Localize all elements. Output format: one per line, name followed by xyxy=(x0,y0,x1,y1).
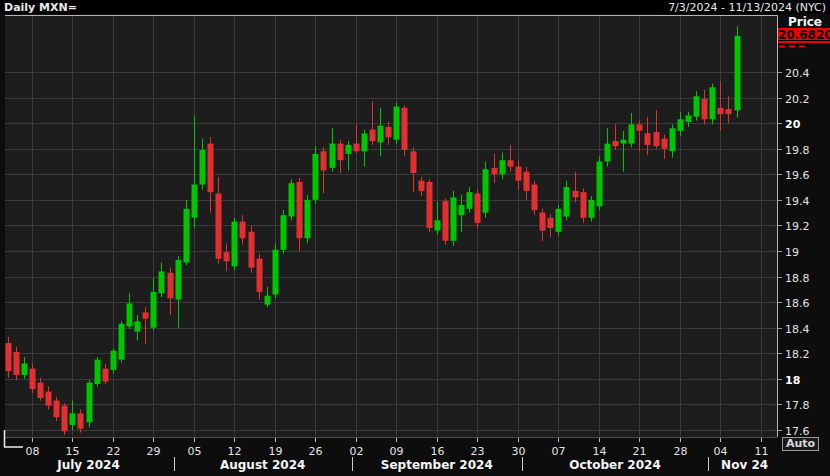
candle-body xyxy=(556,209,562,232)
candle xyxy=(111,348,117,374)
candle-body xyxy=(346,145,352,154)
candle-body xyxy=(475,193,481,222)
candle xyxy=(305,195,311,244)
candle xyxy=(313,146,319,204)
candle-body xyxy=(273,250,279,295)
candle-body xyxy=(613,141,619,146)
day-tick-label: 28 xyxy=(674,445,688,458)
price-tick-label: 19 xyxy=(785,246,799,259)
candle-body xyxy=(232,222,238,267)
candle-body xyxy=(451,197,457,240)
day-tick-label: 04 xyxy=(714,445,728,458)
candle-body xyxy=(540,213,546,231)
candle-body xyxy=(459,205,465,215)
candle-body xyxy=(670,128,676,151)
candle-body xyxy=(265,296,271,305)
candle xyxy=(597,156,603,210)
candle-body xyxy=(46,392,52,406)
candle-body xyxy=(6,343,12,371)
candle-body xyxy=(338,144,344,161)
day-tick-label: 23 xyxy=(471,445,485,458)
last-price-tag: 20.6820 xyxy=(778,28,830,43)
candle-body xyxy=(95,360,101,384)
candle-body xyxy=(111,351,117,370)
candle xyxy=(119,321,125,362)
day-tick-label: 30 xyxy=(512,445,526,458)
candle xyxy=(532,181,538,216)
candle xyxy=(184,200,190,265)
candlestick-chart[interactable]: 20.420.22019.819.619.419.21918.818.618.4… xyxy=(0,0,830,476)
candle-body xyxy=(548,218,554,228)
day-tick-label: 08 xyxy=(26,445,40,458)
price-tick-label: 17.6 xyxy=(785,425,810,438)
candle-body xyxy=(127,303,133,326)
candle-body xyxy=(645,133,651,145)
candle xyxy=(273,243,279,298)
candle xyxy=(483,161,489,217)
candle-body xyxy=(289,183,295,216)
candle-body xyxy=(208,144,214,193)
candle-body xyxy=(281,215,287,250)
candle-body xyxy=(483,169,489,212)
candle-body xyxy=(710,87,716,119)
candle xyxy=(443,199,449,245)
candle-body xyxy=(305,200,311,238)
price-tick-label: 17.8 xyxy=(785,399,810,412)
candle-body xyxy=(330,144,336,168)
price-axis-title: Price xyxy=(788,15,822,29)
candle-body xyxy=(103,369,109,382)
price-tick-label: 18.2 xyxy=(785,348,810,361)
candle-body xyxy=(378,126,384,143)
candle-body xyxy=(621,140,627,144)
price-tick-label: 19.6 xyxy=(785,169,810,182)
candle-body xyxy=(702,99,708,119)
candle-body xyxy=(370,130,376,142)
candle-body xyxy=(402,108,408,150)
day-tick-label: 09 xyxy=(390,445,404,458)
candle-body xyxy=(686,115,692,121)
candle-body xyxy=(516,167,522,181)
candle xyxy=(249,225,255,272)
candle xyxy=(735,26,741,118)
candle xyxy=(394,103,400,144)
month-label: July 2024 xyxy=(56,458,120,472)
candle-body xyxy=(87,383,93,423)
candle-body xyxy=(492,168,498,174)
day-tick-label: 21 xyxy=(633,445,647,458)
candle-body xyxy=(224,252,230,261)
candle-body xyxy=(386,127,392,137)
price-tick-label: 18.8 xyxy=(785,272,810,285)
candle-body xyxy=(135,321,141,331)
candle-body xyxy=(216,193,222,258)
candle xyxy=(95,357,101,386)
candle-body xyxy=(735,36,741,110)
candle-body xyxy=(411,151,417,173)
candle-body xyxy=(78,413,84,428)
candle xyxy=(451,191,457,246)
candle-body xyxy=(297,182,303,238)
candle-body xyxy=(662,138,668,148)
candle-body xyxy=(500,160,506,174)
day-tick-label: 29 xyxy=(147,445,161,458)
price-tick-label: 19.4 xyxy=(785,195,810,208)
candle-body xyxy=(718,108,724,114)
chart-window: Daily MXN= 7/3/2024 - 11/13/2024 (NYC) 2… xyxy=(0,0,830,476)
day-tick-label: 19 xyxy=(269,445,283,458)
candle-body xyxy=(62,406,68,432)
candle-body xyxy=(354,144,360,152)
candle-body xyxy=(38,383,44,398)
auto-scale-button[interactable]: Auto xyxy=(782,437,819,451)
candle xyxy=(710,84,716,125)
candle xyxy=(475,190,481,228)
candle-body xyxy=(597,161,603,206)
candle-body xyxy=(427,182,433,228)
candle-body xyxy=(151,292,157,328)
day-tick-label: 22 xyxy=(107,445,121,458)
day-tick-label: 02 xyxy=(350,445,364,458)
candle-body xyxy=(143,312,149,318)
day-tick-label: 12 xyxy=(228,445,242,458)
candle-body xyxy=(240,222,246,239)
candle-body xyxy=(249,232,255,268)
month-label: August 2024 xyxy=(220,458,305,472)
candle-body xyxy=(14,352,20,375)
